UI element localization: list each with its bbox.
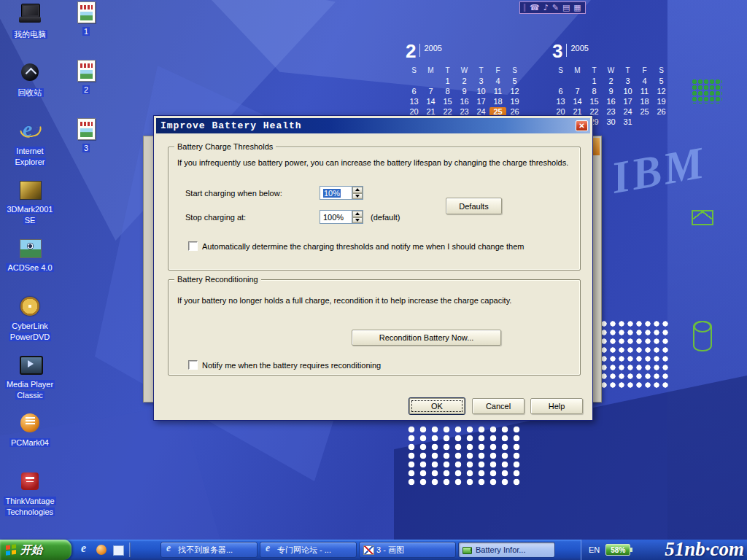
toolbar-icon[interactable]: ▦	[573, 2, 581, 13]
quick-launch-show-desktop-icon[interactable]	[112, 544, 125, 556]
calendar-date: 17	[473, 97, 489, 107]
desktop-icon-label: Media Player Classic	[5, 380, 55, 400]
battery-tray-indicator[interactable]: 58%	[605, 544, 630, 556]
desktop-icon-my-computer[interactable]: 我的电脑	[3, 3, 57, 50]
calendar-date: 12	[653, 87, 670, 97]
day-letter: M	[569, 66, 586, 77]
stop-threshold-spinner[interactable]: 100%	[320, 210, 363, 224]
day-letter: M	[422, 66, 439, 77]
desktop: IBM ☎♪✎▤▦ 2 2005 SMTWTFS 123456789101112…	[0, 0, 747, 560]
pcmark-icon	[18, 411, 42, 435]
language-indicator[interactable]: EN	[589, 545, 600, 554]
toolbar-icon[interactable]: ✎	[552, 2, 559, 13]
calendar-date: 10	[619, 87, 636, 97]
dialog-titlebar[interactable]: Improve Battery Health ✕	[156, 118, 590, 133]
spin-up-button[interactable]	[352, 187, 363, 193]
day-letter: T	[619, 66, 636, 77]
spin-down-button[interactable]	[352, 193, 363, 200]
calendar-date: 6	[552, 87, 569, 97]
desktop-icon-thinkvantage[interactable]: ThinkVantage Technologies	[3, 470, 57, 517]
taskbar-task-button[interactable]: 找不到服务器...	[160, 542, 258, 558]
3dmark-icon	[18, 178, 42, 201]
close-icon: ✕	[578, 121, 584, 131]
calendar-date: 11	[489, 87, 506, 97]
toolbar-icon[interactable]: ☎	[530, 2, 540, 13]
day-letter: T	[473, 66, 489, 77]
auto-determine-checkbox-row[interactable]: Automatically determine the charging thr…	[188, 241, 524, 251]
internet-explorer-icon	[18, 120, 42, 143]
calendar-header: 2 2005	[406, 42, 523, 63]
day-letter: S	[552, 66, 569, 77]
calendar-date: 18	[489, 97, 506, 107]
calendar-date: 5	[653, 77, 670, 87]
dialog-title: Improve Battery Health	[156, 120, 302, 131]
help-button[interactable]: Help	[530, 398, 583, 414]
calendar-date: 8	[439, 87, 456, 97]
thinkvantage-icon	[18, 470, 42, 493]
desktop-icon-jpg-file[interactable]: 3	[69, 118, 104, 153]
toolbar-icon[interactable]: ♪	[543, 2, 549, 13]
watermark: 51nb·com	[665, 538, 744, 560]
desktop-icon-pcmark[interactable]: PCMark04	[3, 411, 57, 459]
spin-up-button[interactable]	[352, 211, 363, 217]
desktop-icon-label: ACDSee 4.0	[6, 263, 53, 272]
calendar-date: 3	[473, 77, 489, 87]
desktop-icon-acdsee[interactable]: ACDSee 4.0	[3, 236, 57, 284]
desktop-icon-recycle-bin[interactable]: 回收站	[3, 61, 57, 109]
checkbox[interactable]	[188, 360, 198, 370]
desktop-icon-internet-explorer[interactable]: Internet Explorer	[3, 120, 57, 167]
desktop-icon-jpg-file[interactable]: 1	[69, 1, 104, 36]
calendar-date: 12	[506, 87, 523, 97]
close-button[interactable]: ✕	[576, 120, 588, 131]
group-title: Battery Charge Thresholds	[174, 142, 276, 151]
spin-down-button[interactable]	[352, 217, 363, 224]
desktop-icon-3dmark[interactable]: 3DMark2001 SE	[3, 178, 57, 225]
desktop-icon-media-player-classic[interactable]: Media Player Classic	[3, 353, 57, 400]
ok-button[interactable]: OK	[409, 398, 465, 414]
calendar-date: 17	[619, 97, 636, 107]
wallpaper-shape	[212, 0, 591, 95]
calendar-date: 7	[422, 87, 439, 97]
start-button[interactable]: 开始	[0, 540, 71, 560]
toolbar-icon[interactable]: ▤	[562, 2, 570, 13]
defaults-button[interactable]: Defaults	[446, 198, 502, 214]
cancel-button[interactable]: Cancel	[472, 398, 525, 414]
notify-reconditioning-checkbox-row[interactable]: Notify me when the battery requires reco…	[188, 360, 381, 370]
jpg-file-icon	[77, 1, 96, 23]
desktop-icon-powerdvd[interactable]: CyberLink PowerDVD	[3, 295, 57, 342]
day-letter: S	[653, 66, 670, 77]
quick-launch-media-icon[interactable]	[96, 544, 108, 556]
start-threshold-spinner[interactable]: 10%	[320, 186, 363, 200]
calendar-date: 3	[619, 77, 636, 87]
calendar-date: 2	[603, 77, 619, 87]
toolbar-grip[interactable]	[524, 4, 526, 12]
desktop-icon-jpg-file[interactable]: 2	[69, 60, 104, 95]
calendar-divider	[566, 44, 567, 57]
desktop-icon-label: 2	[82, 85, 90, 94]
day-letter: W	[603, 66, 619, 77]
taskbar-task-button[interactable]: Battery Infor...	[458, 542, 555, 558]
stop-threshold-value: 100%	[323, 213, 344, 222]
chevron-down-icon	[355, 195, 360, 200]
day-letter: W	[456, 66, 473, 77]
quick-launch-ie-icon[interactable]	[79, 544, 91, 556]
reconditioning-description: If your battery no longer holds a full c…	[177, 296, 511, 305]
calendar-date: 2	[456, 77, 473, 87]
day-letter: T	[586, 66, 603, 77]
taskbar-task-button[interactable]: 3 - 画图	[359, 542, 456, 558]
checkbox[interactable]	[188, 241, 198, 251]
calendar-date: 8	[586, 87, 603, 97]
ibm-logo: IBM	[608, 136, 710, 203]
year-label: 2005	[424, 44, 441, 52]
taskbar: 开始 找不到服务器... 专门网论坛 - ... 3 - 画图 Ba	[0, 540, 747, 560]
taskbar-task-button[interactable]: 专门网论坛 - ...	[260, 542, 357, 558]
day-letter: F	[636, 66, 653, 77]
improve-battery-health-dialog: Improve Battery Health ✕ Battery Charge …	[153, 115, 593, 421]
recondition-battery-button[interactable]: Recondition Battery Now...	[352, 330, 501, 346]
battery-percent-text: 58%	[611, 546, 625, 554]
calendar-date: 10	[473, 87, 489, 97]
chevron-down-icon	[355, 219, 360, 224]
wallpaper-dots-pattern	[406, 425, 522, 486]
calendar-date: 15	[439, 97, 456, 107]
envelope-icon	[692, 210, 713, 225]
